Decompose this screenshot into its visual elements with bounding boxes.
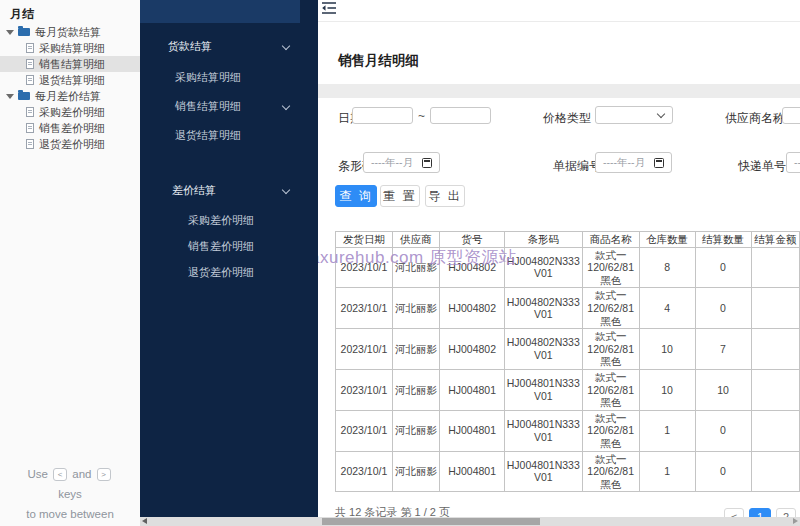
nav-sidebar: 货款结算采购结算明细销售结算明细退货结算明细差价结算采购差价明细销售差价明细退货… bbox=[140, 0, 318, 526]
column-header-商品名称: 商品名称 bbox=[582, 232, 639, 248]
nav-sidebar-header bbox=[140, 0, 300, 23]
table-cell: 河北丽影 bbox=[392, 369, 440, 410]
table-cell: HJ004802N333 V01 bbox=[504, 329, 582, 370]
page-icon bbox=[26, 43, 34, 53]
nav-item-采购结算明细[interactable]: 采购结算明细 bbox=[175, 70, 241, 85]
table-cell: 款式一 120/62/81 黑色 bbox=[582, 369, 639, 410]
table-cell bbox=[751, 369, 799, 410]
table-cell: 河北丽影 bbox=[392, 451, 440, 492]
column-header-货号: 货号 bbox=[440, 232, 504, 248]
main-content: 销售月结明细 日期 ~ 价格类型 供应商名称 条形码 ----年--月 单据编号… bbox=[318, 0, 800, 526]
table-cell: HJ004801N333 V01 bbox=[504, 410, 582, 451]
sitemap-item-label: 退货结算明细 bbox=[39, 73, 105, 88]
chevron-down-icon bbox=[282, 102, 290, 110]
menu-fold-icon[interactable] bbox=[321, 1, 337, 15]
table-cell: 1 bbox=[639, 451, 695, 492]
page-icon bbox=[26, 75, 34, 85]
table-cell: HJ004802N333 V01 bbox=[504, 288, 582, 329]
table-cell: 款式一 120/62/81 黑色 bbox=[582, 247, 639, 288]
table-cell: 河北丽影 bbox=[392, 329, 440, 370]
column-header-发货日期: 发货日期 bbox=[336, 232, 393, 248]
table-cell: 0 bbox=[695, 247, 751, 288]
divider-band bbox=[318, 84, 800, 98]
table-cell: 2023/10/1 bbox=[336, 369, 393, 410]
table-header-row: 发货日期供应商货号条形码商品名称仓库数量结算数量结算金额 bbox=[336, 232, 800, 248]
hint-use: Use bbox=[27, 468, 47, 480]
scroll-left-arrow-icon[interactable] bbox=[142, 518, 147, 524]
sitemap-item-退货结算明细[interactable]: 退货结算明细 bbox=[0, 72, 140, 88]
price-type-select[interactable] bbox=[595, 106, 673, 124]
nav-item-退货差价明细[interactable]: 退货差价明细 bbox=[188, 265, 254, 280]
date-from-input[interactable] bbox=[352, 107, 413, 124]
doc-no-month-picker[interactable]: ----年--月 bbox=[595, 152, 672, 173]
right-key-icon: > bbox=[97, 468, 111, 481]
chevron-down-icon bbox=[282, 186, 290, 194]
table-cell: 河北丽影 bbox=[392, 410, 440, 451]
folder-icon bbox=[18, 92, 30, 100]
table-cell: HJ004802 bbox=[440, 329, 504, 370]
scroll-right-arrow-icon[interactable] bbox=[793, 518, 798, 524]
hint-line2: keys bbox=[58, 488, 82, 500]
horizontal-scrollbar[interactable] bbox=[140, 517, 800, 526]
express-no-picker[interactable]: ----年--月 bbox=[786, 152, 800, 173]
table-cell: HJ004802N333 V01 bbox=[504, 247, 582, 288]
reset-button[interactable]: 重 置 bbox=[380, 185, 420, 207]
sitemap-title: 月结 bbox=[10, 6, 34, 23]
barcode-month-picker[interactable]: ----年--月 bbox=[363, 152, 440, 173]
sitemap-item-label: 采购差价明细 bbox=[39, 105, 105, 120]
sitemap-item-采购差价明细[interactable]: 采购差价明细 bbox=[0, 104, 140, 120]
table-cell: 1 bbox=[639, 410, 695, 451]
nav-item-采购差价明细[interactable]: 采购差价明细 bbox=[188, 213, 254, 228]
sitemap-item-每月差价结算[interactable]: 每月差价结算 bbox=[0, 88, 140, 104]
date-to-input[interactable] bbox=[430, 107, 491, 124]
caret-down-icon[interactable] bbox=[6, 30, 14, 35]
month-placeholder: ----年--月 bbox=[603, 156, 645, 170]
table-cell bbox=[751, 451, 799, 492]
table-cell: 2023/10/1 bbox=[336, 247, 393, 288]
nav-item-销售结算明细[interactable]: 销售结算明细 bbox=[175, 99, 241, 114]
sitemap-item-销售结算明细[interactable]: 销售结算明细 bbox=[0, 56, 140, 72]
table-cell: 2023/10/1 bbox=[336, 288, 393, 329]
column-header-条形码: 条形码 bbox=[504, 232, 582, 248]
supplier-input[interactable] bbox=[782, 107, 800, 124]
sitemap-item-每月货款结算[interactable]: 每月货款结算 bbox=[0, 24, 140, 40]
page-icon bbox=[26, 139, 34, 149]
nav-item-差价结算[interactable]: 差价结算 bbox=[172, 183, 216, 198]
export-button[interactable]: 导 出 bbox=[425, 185, 465, 207]
table-cell bbox=[751, 329, 799, 370]
query-button[interactable]: 查 询 bbox=[335, 185, 377, 207]
nav-item-退货结算明细[interactable]: 退货结算明细 bbox=[175, 128, 241, 143]
sitemap-item-label: 采购结算明细 bbox=[39, 41, 105, 56]
caret-down-icon[interactable] bbox=[6, 94, 14, 99]
column-header-仓库数量: 仓库数量 bbox=[639, 232, 695, 248]
chevron-down-icon bbox=[282, 42, 290, 50]
doc-no-label: 单据编号 bbox=[553, 158, 601, 175]
table-cell: HJ004801N333 V01 bbox=[504, 369, 582, 410]
table-cell bbox=[751, 247, 799, 288]
settlement-table: 发货日期供应商货号条形码商品名称仓库数量结算数量结算金额 2023/10/1河北… bbox=[335, 231, 800, 492]
table-cell: HJ004802 bbox=[440, 288, 504, 329]
page-icon bbox=[26, 107, 34, 117]
supplier-label: 供应商名称 bbox=[725, 110, 785, 127]
month-placeholder: ----年--月 bbox=[794, 156, 800, 170]
sitemap-item-label: 退货差价明细 bbox=[39, 137, 105, 152]
column-header-供应商: 供应商 bbox=[392, 232, 440, 248]
folder-icon bbox=[18, 28, 30, 36]
table-cell: 4 bbox=[639, 288, 695, 329]
app-window: 月结 每月货款结算采购结算明细销售结算明细退货结算明细每月差价结算采购差价明细销… bbox=[0, 0, 800, 526]
table-cell: 10 bbox=[695, 369, 751, 410]
table-cell: 7 bbox=[695, 329, 751, 370]
express-no-label: 快递单号 bbox=[738, 158, 786, 175]
nav-item-销售差价明细[interactable]: 销售差价明细 bbox=[188, 239, 254, 254]
scrollbar-thumb[interactable] bbox=[322, 518, 540, 525]
sitemap-tree: 每月货款结算采购结算明细销售结算明细退货结算明细每月差价结算采购差价明细销售差价… bbox=[0, 24, 140, 152]
chevron-down-icon bbox=[657, 109, 665, 117]
nav-item-货款结算[interactable]: 货款结算 bbox=[168, 39, 212, 54]
table-cell: 2023/10/1 bbox=[336, 329, 393, 370]
sitemap-item-退货差价明细[interactable]: 退货差价明细 bbox=[0, 136, 140, 152]
sitemap-item-销售差价明细[interactable]: 销售差价明细 bbox=[0, 120, 140, 136]
sitemap-item-采购结算明细[interactable]: 采购结算明细 bbox=[0, 40, 140, 56]
table-cell: HJ004801 bbox=[440, 410, 504, 451]
page-icon bbox=[26, 59, 34, 69]
table-cell: HJ004801 bbox=[440, 369, 504, 410]
